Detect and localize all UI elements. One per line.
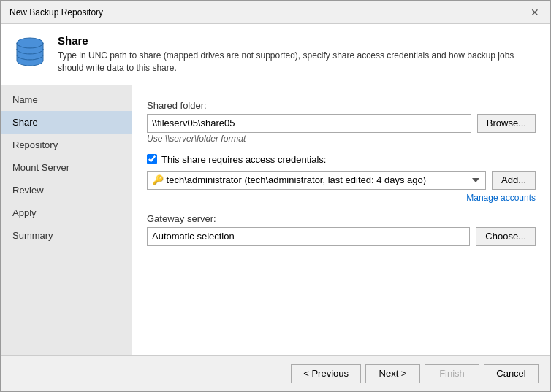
footer: < Previous Next > Finish Cancel — [1, 355, 550, 391]
add-credentials-button[interactable]: Add... — [492, 171, 536, 190]
gateway-server-group: Gateway server: Choose... — [147, 213, 536, 246]
folder-hint: Use \\server\folder format — [147, 134, 246, 144]
gateway-label: Gateway server: — [147, 213, 536, 224]
database-icon — [12, 34, 48, 69]
sidebar-item-review[interactable]: Review — [1, 179, 132, 201]
credentials-checkbox-row: This share requires access credentials: — [147, 154, 536, 165]
next-button[interactable]: Next > — [365, 364, 420, 383]
header-description: Type in UNC path to share (mapped drives… — [58, 50, 539, 74]
sidebar-item-share[interactable]: Share — [1, 111, 132, 134]
browse-button[interactable]: Browse... — [477, 114, 536, 133]
sidebar-item-summary[interactable]: Summary — [1, 224, 132, 247]
credentials-label[interactable]: This share requires access credentials: — [162, 154, 326, 165]
credentials-dropdown[interactable]: 🔑 tech\administrator (tech\administrator… — [147, 171, 486, 190]
main-content: Shared folder: Browse... Use \\server\fo… — [132, 85, 550, 355]
shared-folder-group: Shared folder: Browse... Use \\server\fo… — [147, 100, 536, 144]
sidebar-item-apply[interactable]: Apply — [1, 201, 132, 224]
sidebar-item-repository[interactable]: Repository — [1, 134, 132, 156]
shared-folder-input[interactable] — [147, 114, 471, 133]
credentials-group: This share requires access credentials: … — [147, 154, 536, 203]
close-button[interactable]: ✕ — [528, 6, 542, 19]
sidebar-item-mount-server[interactable]: Mount Server — [1, 156, 132, 179]
credentials-dropdown-row: 🔑 tech\administrator (tech\administrator… — [147, 171, 536, 190]
manage-accounts-link[interactable]: Manage accounts — [147, 193, 536, 203]
shared-folder-label: Shared folder: — [147, 100, 536, 111]
dialog: New Backup Repository ✕ Share Type in UN… — [0, 0, 551, 392]
title-bar: New Backup Repository ✕ — [1, 1, 550, 24]
credentials-checkbox[interactable] — [147, 154, 157, 164]
content-area: Name Share Repository Mount Server Revie… — [1, 85, 550, 355]
dialog-title: New Backup Repository — [10, 7, 103, 18]
shared-folder-row: Browse... — [147, 114, 536, 133]
sidebar: Name Share Repository Mount Server Revie… — [1, 85, 132, 355]
gateway-row: Choose... — [147, 227, 536, 246]
choose-button[interactable]: Choose... — [476, 227, 536, 246]
sidebar-item-name[interactable]: Name — [1, 88, 132, 111]
cancel-button[interactable]: Cancel — [484, 364, 539, 383]
header-text: Share Type in UNC path to share (mapped … — [58, 34, 539, 74]
header-title: Share — [58, 34, 539, 47]
header-section: Share Type in UNC path to share (mapped … — [1, 24, 550, 85]
finish-button[interactable]: Finish — [425, 364, 479, 383]
gateway-input[interactable] — [147, 227, 470, 246]
previous-button[interactable]: < Previous — [291, 364, 361, 383]
